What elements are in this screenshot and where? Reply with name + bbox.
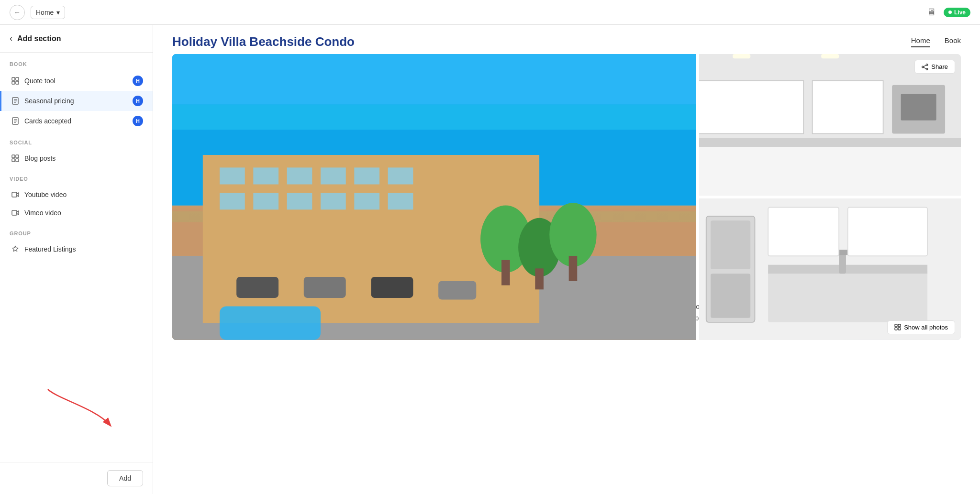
live-label: Live [954, 9, 966, 16]
svg-rect-44 [304, 277, 346, 298]
nav-link-home[interactable]: Home [911, 36, 930, 47]
svg-rect-14 [12, 159, 15, 162]
svg-rect-45 [371, 277, 413, 298]
svg-rect-2 [12, 81, 15, 84]
doc-icon-2 [11, 117, 20, 125]
content-area: Holiday Villa Beachside Condo Home Book [153, 25, 980, 494]
svg-rect-46 [438, 281, 476, 300]
svg-rect-73 [898, 324, 901, 327]
svg-rect-33 [287, 193, 312, 209]
live-dot [948, 11, 952, 14]
grid-photos-icon [894, 324, 901, 330]
sidebar-item-label: Quote tool [24, 77, 56, 85]
photo-section: Share [153, 54, 980, 226]
svg-rect-50 [699, 138, 961, 147]
sidebar-footer: Add [0, 462, 153, 494]
bathroom-image [699, 198, 961, 340]
doc-icon [11, 97, 20, 105]
svg-rect-13 [16, 155, 19, 158]
nav-link-book[interactable]: Book [945, 36, 961, 47]
svg-rect-71 [847, 207, 927, 256]
back-button[interactable]: ← [10, 5, 25, 20]
svg-rect-55 [733, 54, 750, 58]
chevron-down-icon: ▾ [56, 9, 60, 16]
svg-rect-16 [12, 192, 17, 197]
svg-rect-21 [172, 104, 696, 130]
svg-rect-29 [354, 167, 379, 184]
section-label-social: SOCIAL [0, 131, 153, 149]
svg-rect-15 [16, 159, 19, 162]
svg-rect-30 [388, 167, 413, 184]
svg-rect-28 [321, 167, 346, 184]
svg-rect-75 [898, 328, 901, 330]
sidebar-item-youtube-video[interactable]: Youtube video [0, 186, 153, 204]
svg-rect-35 [354, 193, 379, 209]
sidebar-item-cards-accepted-left: Cards accepted [11, 117, 71, 125]
sidebar-back-icon[interactable]: ‹ [10, 33, 12, 44]
photo-kitchen: Share [699, 54, 961, 196]
sidebar-item-quote-tool[interactable]: Quote tool H [0, 71, 153, 91]
sidebar-item-label: Cards accepted [24, 117, 71, 125]
svg-rect-51 [699, 80, 803, 133]
sidebar-item-vimeo-left: Vimeo video [11, 209, 61, 217]
grid-icon [11, 77, 20, 85]
sidebar-item-featured-listings[interactable]: Featured Listings [0, 240, 153, 258]
svg-rect-67 [768, 265, 927, 274]
topbar-right: 🖥 Live [926, 7, 970, 18]
svg-rect-42 [569, 256, 578, 281]
svg-rect-31 [220, 193, 245, 209]
main-photo [172, 54, 696, 340]
svg-rect-0 [12, 77, 15, 80]
sidebar-item-label: Youtube video [24, 191, 67, 198]
svg-line-60 [924, 65, 926, 66]
svg-rect-34 [321, 193, 346, 209]
svg-rect-17 [12, 210, 17, 215]
video-icon [11, 190, 20, 199]
building-scene [172, 54, 696, 340]
svg-rect-26 [253, 167, 278, 184]
badge-h: H [133, 76, 143, 86]
svg-rect-32 [253, 193, 278, 209]
show-all-photos-button[interactable]: Show all photos [887, 320, 955, 334]
sidebar-item-label: Blog posts [24, 154, 56, 162]
sidebar-item-youtube-left: Youtube video [11, 190, 67, 199]
sidebar-item-label: Featured Listings [24, 245, 76, 253]
page-nav-links: Home Book [911, 36, 961, 47]
monitor-icon: 🖥 [926, 7, 936, 18]
photo-side: Share [699, 54, 961, 340]
section-label-group: GROUP [0, 222, 153, 240]
svg-rect-64 [711, 220, 750, 269]
svg-rect-43 [236, 277, 278, 298]
svg-rect-1 [16, 77, 19, 80]
page-selector[interactable]: Home ▾ [31, 6, 65, 19]
add-button[interactable]: Add [107, 470, 143, 486]
show-photos-label: Show all photos [904, 324, 948, 331]
sidebar-item-featured-left: Featured Listings [11, 245, 76, 253]
svg-rect-70 [768, 207, 839, 256]
live-badge: Live [944, 8, 970, 17]
page-content: Holiday Villa Beachside Condo Home Book [153, 25, 980, 494]
share-icon [922, 64, 928, 70]
back-icon: ← [14, 9, 21, 16]
video-icon-2 [11, 209, 20, 217]
svg-rect-65 [711, 274, 750, 318]
sidebar-item-cards-accepted[interactable]: Cards accepted H [0, 111, 153, 131]
svg-rect-74 [895, 328, 897, 330]
svg-rect-41 [535, 268, 544, 289]
sidebar-title: Add section [17, 34, 61, 43]
svg-rect-27 [287, 167, 312, 184]
svg-rect-72 [895, 324, 897, 327]
svg-point-58 [926, 68, 928, 70]
svg-line-61 [924, 67, 926, 68]
badge-h-2: H [133, 116, 143, 126]
sidebar-item-vimeo-video[interactable]: Vimeo video [0, 204, 153, 222]
svg-rect-12 [12, 155, 15, 158]
sidebar-item-seasonal-pricing-left: Seasonal pricing [11, 97, 74, 105]
photo-bathroom: Show all photos [699, 198, 961, 340]
section-label-video: VIDEO [0, 167, 153, 186]
sidebar-item-seasonal-pricing[interactable]: Seasonal pricing H [0, 91, 153, 111]
share-button[interactable]: Share [914, 60, 955, 74]
sidebar-item-blog-posts-left: Blog posts [11, 154, 56, 163]
sidebar-item-label: Seasonal pricing [24, 97, 74, 105]
sidebar-item-blog-posts[interactable]: Blog posts [0, 149, 153, 167]
